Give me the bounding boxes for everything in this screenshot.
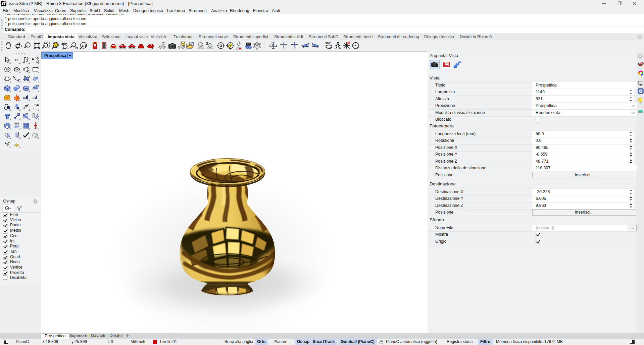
svg-text:8: 8 xyxy=(4,1,6,3)
svg-text:?: ? xyxy=(640,89,642,93)
svg-text:±: ± xyxy=(27,44,29,47)
svg-text:1:1: 1:1 xyxy=(82,44,87,47)
svg-text:360°: 360° xyxy=(325,42,332,45)
